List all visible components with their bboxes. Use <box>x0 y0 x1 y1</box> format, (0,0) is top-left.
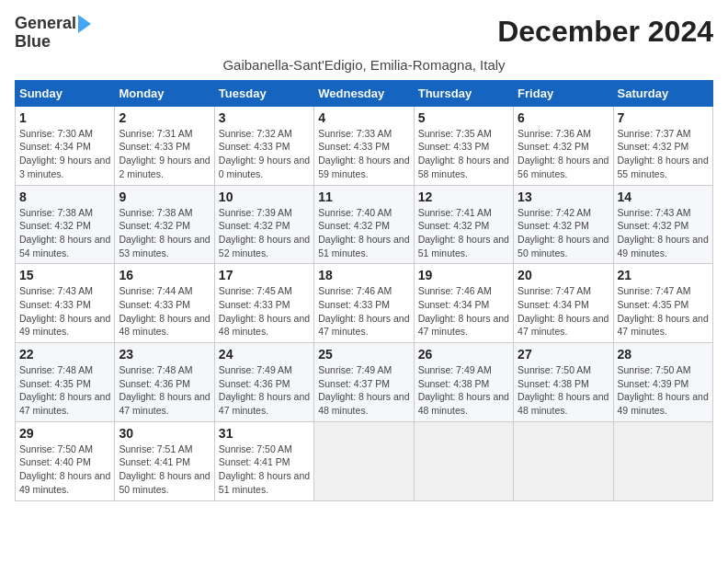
day-number: 3 <box>219 110 310 125</box>
calendar-table: SundayMondayTuesdayWednesdayThursdayFrid… <box>15 80 713 501</box>
day-cell: 2 Sunrise: 7:31 AMSunset: 4:33 PMDayligh… <box>115 106 214 185</box>
day-cell: 29 Sunrise: 7:50 AMSunset: 4:40 PMDaylig… <box>16 421 115 500</box>
day-info: Sunrise: 7:47 AMSunset: 4:35 PMDaylight:… <box>618 285 709 337</box>
day-number: 24 <box>219 347 310 362</box>
day-cell: 16 Sunrise: 7:44 AMSunset: 4:33 PMDaylig… <box>115 264 214 343</box>
day-info: Sunrise: 7:48 AMSunset: 4:36 PMDaylight:… <box>119 364 210 416</box>
day-info: Sunrise: 7:49 AMSunset: 4:36 PMDaylight:… <box>219 364 310 416</box>
day-number: 21 <box>618 268 709 282</box>
day-cell: 7 Sunrise: 7:37 AMSunset: 4:32 PMDayligh… <box>613 106 712 185</box>
day-cell: 18 Sunrise: 7:46 AMSunset: 4:33 PMDaylig… <box>314 264 414 343</box>
day-cell <box>414 421 513 500</box>
day-cell: 11 Sunrise: 7:40 AMSunset: 4:32 PMDaylig… <box>314 185 414 264</box>
day-cell: 12 Sunrise: 7:41 AMSunset: 4:32 PMDaylig… <box>414 185 513 264</box>
week-row-2: 8 Sunrise: 7:38 AMSunset: 4:32 PMDayligh… <box>16 185 713 264</box>
day-cell: 23 Sunrise: 7:48 AMSunset: 4:36 PMDaylig… <box>115 343 214 422</box>
day-cell: 14 Sunrise: 7:43 AMSunset: 4:32 PMDaylig… <box>613 185 712 264</box>
day-number: 6 <box>518 110 609 125</box>
day-cell <box>613 421 712 500</box>
day-cell: 6 Sunrise: 7:36 AMSunset: 4:32 PMDayligh… <box>514 106 613 185</box>
day-number: 9 <box>119 190 210 204</box>
day-cell: 9 Sunrise: 7:38 AMSunset: 4:32 PMDayligh… <box>115 185 214 264</box>
week-row-3: 15 Sunrise: 7:43 AMSunset: 4:33 PMDaylig… <box>16 264 713 343</box>
day-info: Sunrise: 7:51 AMSunset: 4:41 PMDaylight:… <box>119 443 210 495</box>
day-number: 26 <box>418 347 509 362</box>
day-number: 10 <box>219 190 310 204</box>
col-header-monday: Monday <box>115 80 214 106</box>
day-cell: 30 Sunrise: 7:51 AMSunset: 4:41 PMDaylig… <box>115 421 214 500</box>
day-number: 11 <box>318 190 409 204</box>
week-row-1: 1 Sunrise: 7:30 AMSunset: 4:34 PMDayligh… <box>16 106 713 185</box>
day-number: 28 <box>618 347 709 362</box>
logo: General Blue <box>15 15 91 52</box>
day-info: Sunrise: 7:43 AMSunset: 4:32 PMDaylight:… <box>618 207 709 259</box>
day-info: Sunrise: 7:50 AMSunset: 4:40 PMDaylight:… <box>19 443 110 495</box>
day-number: 15 <box>19 268 110 282</box>
day-number: 25 <box>318 347 409 362</box>
day-number: 31 <box>219 426 310 441</box>
day-info: Sunrise: 7:41 AMSunset: 4:32 PMDaylight:… <box>418 207 509 259</box>
day-number: 27 <box>518 347 609 362</box>
day-info: Sunrise: 7:50 AMSunset: 4:41 PMDaylight:… <box>219 443 310 495</box>
day-info: Sunrise: 7:36 AMSunset: 4:32 PMDaylight:… <box>518 128 609 179</box>
day-info: Sunrise: 7:43 AMSunset: 4:33 PMDaylight:… <box>19 285 110 337</box>
day-cell: 22 Sunrise: 7:48 AMSunset: 4:35 PMDaylig… <box>16 343 115 422</box>
day-number: 13 <box>518 190 609 204</box>
day-number: 1 <box>19 110 110 125</box>
col-header-tuesday: Tuesday <box>214 80 313 106</box>
day-number: 30 <box>119 426 210 441</box>
day-cell: 24 Sunrise: 7:49 AMSunset: 4:36 PMDaylig… <box>214 343 313 422</box>
day-cell: 31 Sunrise: 7:50 AMSunset: 4:41 PMDaylig… <box>214 421 313 500</box>
day-number: 20 <box>518 268 609 282</box>
day-cell: 3 Sunrise: 7:32 AMSunset: 4:33 PMDayligh… <box>214 106 313 185</box>
day-info: Sunrise: 7:49 AMSunset: 4:37 PMDaylight:… <box>318 364 409 416</box>
day-number: 16 <box>119 268 210 282</box>
week-row-5: 29 Sunrise: 7:50 AMSunset: 4:40 PMDaylig… <box>16 421 713 500</box>
day-number: 12 <box>418 190 509 204</box>
header-row: SundayMondayTuesdayWednesdayThursdayFrid… <box>16 80 713 106</box>
day-cell: 10 Sunrise: 7:39 AMSunset: 4:32 PMDaylig… <box>214 185 313 264</box>
logo-text-blue: Blue <box>15 33 51 52</box>
header: General Blue December 2024 <box>15 15 713 52</box>
col-header-saturday: Saturday <box>613 80 712 106</box>
day-cell <box>314 421 414 500</box>
day-number: 29 <box>19 426 110 441</box>
subtitle: Gaibanella-Sant'Edigio, Emilia-Romagna, … <box>15 57 713 73</box>
day-info: Sunrise: 7:50 AMSunset: 4:39 PMDaylight:… <box>618 364 709 416</box>
logo-arrow-icon <box>78 15 91 33</box>
col-header-thursday: Thursday <box>414 80 513 106</box>
day-cell: 20 Sunrise: 7:47 AMSunset: 4:34 PMDaylig… <box>514 264 613 343</box>
day-info: Sunrise: 7:44 AMSunset: 4:33 PMDaylight:… <box>119 285 210 337</box>
day-info: Sunrise: 7:49 AMSunset: 4:38 PMDaylight:… <box>418 364 509 416</box>
day-cell: 4 Sunrise: 7:33 AMSunset: 4:33 PMDayligh… <box>314 106 414 185</box>
day-number: 5 <box>418 110 509 125</box>
day-cell: 27 Sunrise: 7:50 AMSunset: 4:38 PMDaylig… <box>514 343 613 422</box>
day-info: Sunrise: 7:50 AMSunset: 4:38 PMDaylight:… <box>518 364 609 416</box>
day-info: Sunrise: 7:33 AMSunset: 4:33 PMDaylight:… <box>318 128 409 179</box>
col-header-friday: Friday <box>514 80 613 106</box>
day-number: 23 <box>119 347 210 362</box>
day-cell: 15 Sunrise: 7:43 AMSunset: 4:33 PMDaylig… <box>16 264 115 343</box>
day-cell: 17 Sunrise: 7:45 AMSunset: 4:33 PMDaylig… <box>214 264 313 343</box>
day-cell: 28 Sunrise: 7:50 AMSunset: 4:39 PMDaylig… <box>613 343 712 422</box>
day-info: Sunrise: 7:30 AMSunset: 4:34 PMDaylight:… <box>19 128 110 179</box>
day-number: 22 <box>19 347 110 362</box>
day-info: Sunrise: 7:38 AMSunset: 4:32 PMDaylight:… <box>19 207 110 259</box>
day-cell: 8 Sunrise: 7:38 AMSunset: 4:32 PMDayligh… <box>16 185 115 264</box>
day-cell: 25 Sunrise: 7:49 AMSunset: 4:37 PMDaylig… <box>314 343 414 422</box>
day-number: 19 <box>418 268 509 282</box>
day-info: Sunrise: 7:40 AMSunset: 4:32 PMDaylight:… <box>318 207 409 259</box>
day-cell: 1 Sunrise: 7:30 AMSunset: 4:34 PMDayligh… <box>16 106 115 185</box>
day-cell: 13 Sunrise: 7:42 AMSunset: 4:32 PMDaylig… <box>514 185 613 264</box>
day-info: Sunrise: 7:37 AMSunset: 4:32 PMDaylight:… <box>618 128 709 179</box>
day-info: Sunrise: 7:46 AMSunset: 4:34 PMDaylight:… <box>418 285 509 337</box>
day-number: 7 <box>618 110 709 125</box>
day-info: Sunrise: 7:48 AMSunset: 4:35 PMDaylight:… <box>19 364 110 416</box>
day-cell: 26 Sunrise: 7:49 AMSunset: 4:38 PMDaylig… <box>414 343 513 422</box>
day-cell: 21 Sunrise: 7:47 AMSunset: 4:35 PMDaylig… <box>613 264 712 343</box>
month-title: December 2024 <box>497 15 713 49</box>
day-info: Sunrise: 7:45 AMSunset: 4:33 PMDaylight:… <box>219 285 310 337</box>
day-info: Sunrise: 7:47 AMSunset: 4:34 PMDaylight:… <box>518 285 609 337</box>
day-cell: 19 Sunrise: 7:46 AMSunset: 4:34 PMDaylig… <box>414 264 513 343</box>
day-info: Sunrise: 7:42 AMSunset: 4:32 PMDaylight:… <box>518 207 609 259</box>
